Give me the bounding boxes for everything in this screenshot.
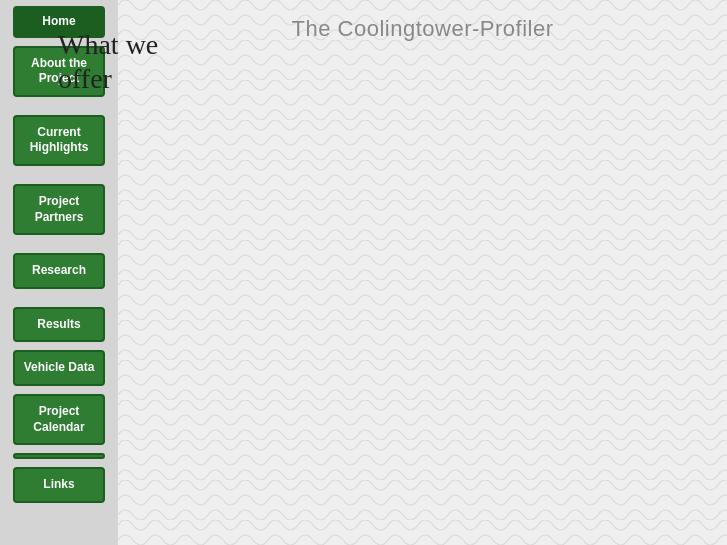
background-pattern xyxy=(118,0,727,545)
sidebar-item-current-highlights[interactable]: Current Highlights xyxy=(13,115,105,166)
sidebar-item-results[interactable]: Results xyxy=(13,307,105,343)
sidebar-item-project-partners[interactable]: Project Partners xyxy=(13,184,105,235)
sidebar-item-project-calendar[interactable]: Project Calendar xyxy=(13,394,105,445)
main-content: The Coolingtower-Profiler xyxy=(118,0,727,545)
page-title: The Coolingtower-Profiler xyxy=(118,0,727,42)
sidebar-divider xyxy=(13,453,105,459)
sidebar-item-links[interactable]: Links xyxy=(13,467,105,503)
sidebar-item-vehicle-data[interactable]: Vehicle Data xyxy=(13,350,105,386)
sidebar-item-about[interactable]: About the Project xyxy=(13,46,105,97)
sidebar: Home About the Project Current Highlight… xyxy=(0,0,118,545)
sidebar-item-home[interactable]: Home xyxy=(13,6,105,38)
svg-rect-1 xyxy=(118,0,727,545)
sidebar-item-research[interactable]: Research xyxy=(13,253,105,289)
